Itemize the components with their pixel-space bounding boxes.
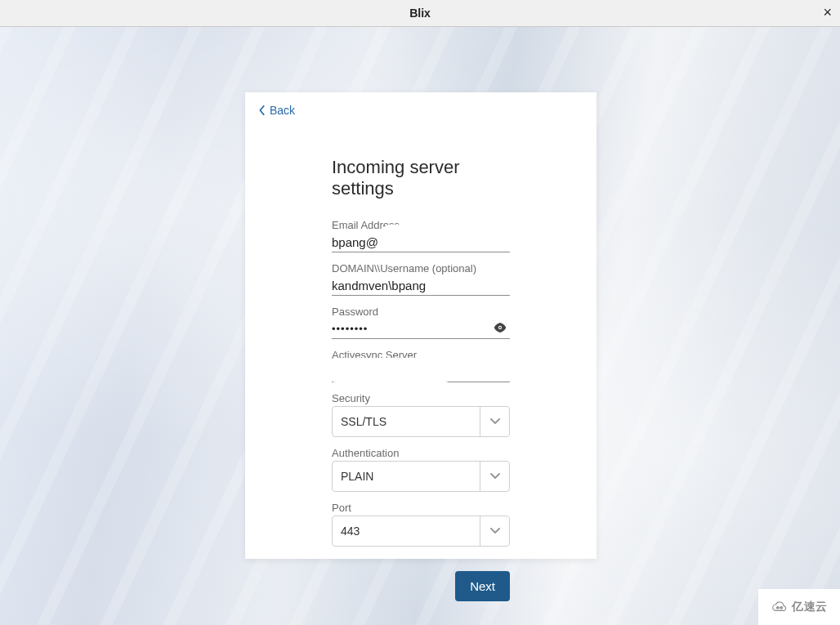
redaction-overlay xyxy=(325,358,456,382)
next-button[interactable]: Next xyxy=(455,571,510,601)
security-label: Security xyxy=(332,392,510,404)
port-label: Port xyxy=(332,502,510,514)
field-email: Email Address xyxy=(332,219,510,252)
port-value: 443 xyxy=(341,525,480,538)
field-domain-user: DOMAIN\\Username (optional) xyxy=(332,262,510,296)
chevron-left-icon xyxy=(258,105,266,116)
authentication-select[interactable]: PLAIN xyxy=(332,461,510,492)
back-label: Back xyxy=(270,104,295,117)
port-select[interactable]: 443 xyxy=(332,516,510,547)
eye-icon[interactable] xyxy=(494,322,507,337)
window-titlebar: Blix × xyxy=(0,0,840,27)
domain-user-input-wrap xyxy=(332,276,510,296)
chevron-down-icon xyxy=(480,516,509,546)
security-select[interactable]: SSL/TLS xyxy=(332,406,510,437)
chevron-down-icon xyxy=(480,407,509,436)
field-port: Port 443 xyxy=(332,502,510,547)
watermark-text: 亿速云 xyxy=(792,600,828,614)
close-icon[interactable]: × xyxy=(823,5,832,20)
authentication-value: PLAIN xyxy=(341,470,480,483)
back-button[interactable]: Back xyxy=(258,104,295,117)
field-authentication: Authentication PLAIN xyxy=(332,447,510,492)
security-value: SSL/TLS xyxy=(341,415,480,428)
svg-point-1 xyxy=(499,327,501,328)
app-background: Back Incoming server settings Email Addr… xyxy=(0,27,840,625)
domain-user-input[interactable] xyxy=(332,277,510,295)
authentication-label: Authentication xyxy=(332,447,510,459)
password-input[interactable] xyxy=(332,320,510,338)
window-title: Blix xyxy=(409,7,431,20)
activesync-input-wrap xyxy=(332,363,510,382)
redaction-overlay xyxy=(379,225,484,248)
watermark: 亿速云 xyxy=(758,589,840,625)
chevron-down-icon xyxy=(480,462,509,491)
page-title: Incoming server settings xyxy=(332,157,510,199)
field-password: Password xyxy=(332,306,510,339)
email-input-wrap xyxy=(332,233,510,252)
domain-user-label: DOMAIN\\Username (optional) xyxy=(332,262,510,275)
password-label: Password xyxy=(332,306,510,318)
password-input-wrap xyxy=(332,319,510,339)
settings-card: Back Incoming server settings Email Addr… xyxy=(245,92,596,559)
card-body: Incoming server settings Email Address D… xyxy=(245,119,596,547)
field-activesync: Activesync Server xyxy=(332,349,510,382)
field-security: Security SSL/TLS xyxy=(332,392,510,437)
cloud-icon xyxy=(771,598,789,616)
